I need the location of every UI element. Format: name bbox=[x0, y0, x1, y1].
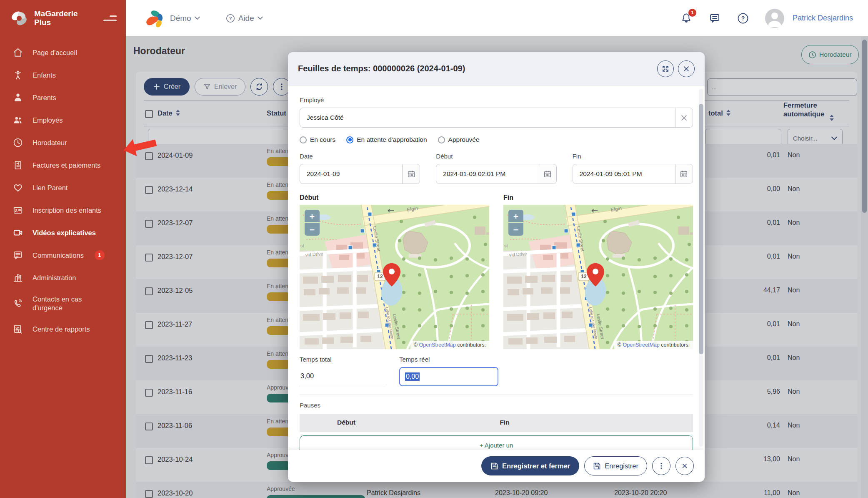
employe-label: Employé bbox=[300, 96, 693, 103]
report-icon bbox=[13, 324, 23, 335]
sidebar-item-videos[interactable]: Vidéos explicatives bbox=[0, 221, 126, 244]
debut-field[interactable]: 2024-01-09 02:01 PM bbox=[436, 164, 556, 184]
building-icon bbox=[13, 272, 23, 283]
map-fin-label: Fin bbox=[503, 194, 693, 201]
sidebar-collapse-button[interactable] bbox=[103, 15, 117, 21]
date-label: Date bbox=[300, 153, 420, 160]
heart-icon bbox=[13, 182, 23, 193]
pauses-label: Pauses bbox=[300, 402, 693, 409]
sidebar-item-accueil[interactable]: Page d'accueil bbox=[0, 41, 126, 64]
people-icon bbox=[13, 115, 23, 126]
sidebar-item-factures[interactable]: Factures et paiements bbox=[0, 154, 126, 176]
calendar-icon bbox=[680, 170, 688, 178]
map-attribution: © OpenStreetMap contributors. bbox=[614, 341, 693, 349]
modal-scrollbar[interactable] bbox=[699, 89, 703, 447]
openstreetmap-link[interactable]: OpenStreetMap bbox=[419, 342, 455, 348]
sidebar-item-employes[interactable]: Employés bbox=[0, 109, 126, 131]
map-zoom-in-button[interactable]: + bbox=[305, 210, 320, 222]
temps-total-value: 3,00 bbox=[300, 367, 385, 386]
temps-total-label: Temps total bbox=[300, 356, 399, 363]
notification-badge: 1 bbox=[95, 250, 105, 260]
user-avatar[interactable] bbox=[765, 9, 784, 28]
svg-text:st: st bbox=[504, 243, 508, 248]
map-zoom-out-button[interactable]: − bbox=[305, 223, 320, 236]
expand-modal-button[interactable] bbox=[657, 60, 674, 77]
map-zoom-out-button[interactable]: − bbox=[508, 223, 523, 236]
svg-text:?: ? bbox=[741, 15, 745, 22]
radio-dot bbox=[438, 136, 445, 143]
parent-icon bbox=[13, 92, 23, 103]
debut-calendar-button[interactable] bbox=[539, 164, 556, 184]
openstreetmap-canvas[interactable]: 12 Leslie Street Leslie Street Lake to L… bbox=[503, 205, 693, 349]
calendar-icon bbox=[543, 170, 552, 178]
pause-col-fin: Fin bbox=[500, 419, 509, 426]
close-modal-button[interactable] bbox=[678, 60, 695, 77]
date-field[interactable]: 2024-01-09 bbox=[300, 164, 420, 184]
sidebar: MaGarderiePlus Page d'accueil Enfants Pa… bbox=[0, 0, 126, 498]
openstreetmap-link[interactable]: OpenStreetMap bbox=[623, 342, 659, 348]
invoice-icon bbox=[13, 160, 23, 171]
employe-field[interactable]: Jessica Côté bbox=[300, 108, 693, 128]
sidebar-item-administration[interactable]: Administration bbox=[0, 267, 126, 289]
modal-scrollbar-thumb[interactable] bbox=[699, 104, 703, 354]
status-radio[interactable]: En cours bbox=[300, 136, 335, 143]
idcard-icon bbox=[13, 205, 23, 216]
fin-calendar-button[interactable] bbox=[675, 164, 693, 184]
sidebar-item-parents[interactable]: Parents bbox=[0, 86, 126, 109]
add-pause-button[interactable]: + Ajouter un bbox=[300, 435, 693, 450]
kebab-menu-icon bbox=[658, 462, 665, 470]
timesheet-modal: Feuilles de temps: 000000026 (2024-01-09… bbox=[288, 52, 705, 482]
map-attribution: © OpenStreetMap contributors. bbox=[410, 341, 489, 349]
chevron-down-icon bbox=[195, 16, 200, 20]
sidebar-item-inscription[interactable]: Inscription des enfants bbox=[0, 199, 126, 221]
notification-count-badge: 1 bbox=[688, 9, 696, 17]
temps-reel-input[interactable]: 0,00 bbox=[399, 367, 498, 386]
road-shield-12: 12 bbox=[581, 274, 587, 279]
save-icon bbox=[490, 462, 498, 470]
status-radio[interactable]: En attente d'approbation bbox=[346, 136, 427, 143]
radio-dot bbox=[346, 136, 353, 143]
modal-header: Feuilles de temps: 000000026 (2024-01-09… bbox=[288, 52, 705, 86]
clear-employe-button[interactable] bbox=[675, 108, 693, 127]
map-zoom-in-button[interactable]: + bbox=[508, 210, 523, 222]
fin-field[interactable]: 2024-01-09 05:01 PM bbox=[573, 164, 693, 184]
modal-close-button[interactable] bbox=[675, 457, 694, 475]
divider bbox=[300, 395, 693, 395]
status-radio-group: En cours En attente d'approbation Approu… bbox=[300, 136, 693, 143]
calendar-icon bbox=[407, 170, 415, 178]
pauses-table-header: Début Fin bbox=[300, 414, 693, 432]
messages-icon[interactable] bbox=[708, 12, 721, 25]
sidebar-item-rapports[interactable]: Centre de rapports bbox=[0, 318, 126, 340]
map-fin[interactable]: 12 Leslie Street Leslie Street Lake to L… bbox=[503, 205, 693, 349]
save-button[interactable]: Enregistrer bbox=[584, 456, 647, 475]
sidebar-item-lien-parent[interactable]: Lien Parent bbox=[0, 176, 126, 199]
phone-icon bbox=[13, 298, 23, 309]
date-calendar-button[interactable] bbox=[402, 164, 420, 184]
app-logo-icon bbox=[9, 8, 29, 28]
status-radio[interactable]: Approuvée bbox=[438, 136, 480, 143]
sidebar-item-communications[interactable]: Communications 1 bbox=[0, 244, 126, 267]
notifications-bell-icon[interactable]: 1 bbox=[680, 12, 693, 25]
svg-text:?: ? bbox=[229, 16, 232, 21]
help-menu[interactable]: ? Aide bbox=[226, 14, 263, 23]
clock-icon bbox=[13, 137, 23, 148]
child-icon bbox=[13, 70, 23, 80]
save-and-close-button[interactable]: Enregistrer et fermer bbox=[481, 456, 579, 475]
sidebar-item-enfants[interactable]: Enfants bbox=[0, 64, 126, 86]
help-circle-icon: ? bbox=[226, 14, 235, 23]
sidebar-item-contacts[interactable]: Contacts en cas d'urgence bbox=[0, 289, 126, 318]
svg-text:st: st bbox=[300, 243, 304, 248]
help-icon[interactable]: ? bbox=[737, 12, 749, 25]
openstreetmap-canvas[interactable]: 12 Leslie Street Leslie Street Lake to L… bbox=[300, 205, 489, 349]
org-logo-icon bbox=[144, 8, 164, 28]
chevron-down-icon bbox=[258, 16, 263, 20]
close-icon bbox=[683, 65, 690, 73]
modal-more-actions-button[interactable] bbox=[652, 457, 670, 475]
modal-footer: Enregistrer et fermer Enregistrer bbox=[288, 450, 705, 482]
road-shield-12: 12 bbox=[377, 274, 383, 279]
org-switcher[interactable]: Démo bbox=[170, 14, 200, 23]
map-debut[interactable]: 12 Leslie Street Leslie Street Lake to L… bbox=[300, 205, 489, 349]
user-name[interactable]: Patrick Desjardins bbox=[793, 14, 853, 23]
close-icon bbox=[681, 462, 688, 470]
sidebar-item-horodateur[interactable]: Horodateur bbox=[0, 131, 126, 154]
